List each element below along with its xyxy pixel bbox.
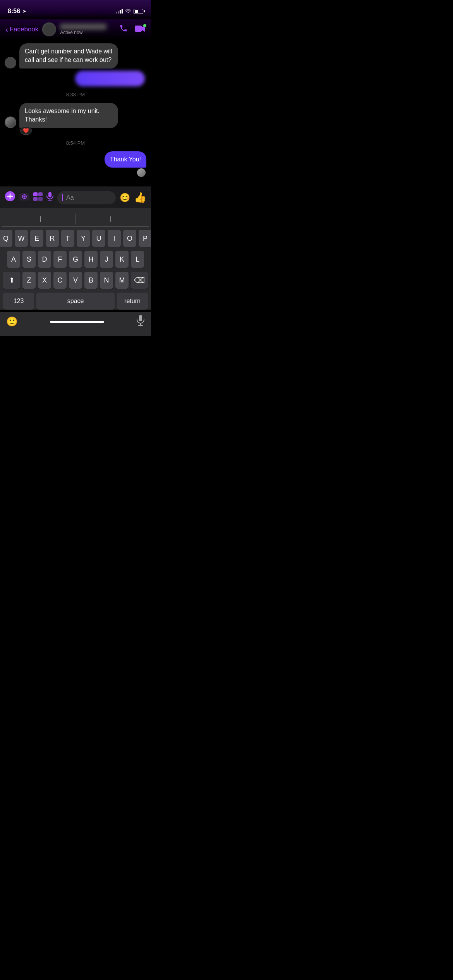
svg-rect-8 bbox=[38, 197, 43, 201]
key-B[interactable]: B bbox=[84, 272, 98, 289]
return-key[interactable]: return bbox=[117, 293, 148, 310]
message-received-2: Looks awesome in my unit. Thanks! bbox=[5, 103, 118, 128]
key-V[interactable]: V bbox=[69, 272, 82, 289]
key-Y[interactable]: Y bbox=[77, 230, 90, 247]
key-J[interactable]: J bbox=[100, 251, 113, 268]
key-O[interactable]: O bbox=[123, 230, 136, 247]
sent-message-blurred bbox=[5, 71, 145, 86]
contact-avatar[interactable] bbox=[42, 22, 56, 36]
emoji-keyboard-icon[interactable]: 🙂 bbox=[6, 316, 18, 327]
home-indicator bbox=[50, 321, 104, 323]
back-chevron-icon: ‹ bbox=[5, 25, 8, 34]
wifi-icon bbox=[125, 9, 131, 14]
key-I[interactable]: I bbox=[108, 230, 121, 247]
key-Z[interactable]: Z bbox=[22, 272, 36, 289]
dictation-icon[interactable] bbox=[136, 315, 145, 328]
camera-button[interactable] bbox=[19, 192, 29, 203]
call-button[interactable] bbox=[119, 24, 128, 35]
key-D[interactable]: D bbox=[38, 251, 51, 268]
key-L[interactable]: L bbox=[131, 251, 144, 268]
microphone-button[interactable] bbox=[46, 192, 53, 204]
svg-rect-5 bbox=[33, 192, 38, 196]
thumbs-up-button[interactable]: 👍 bbox=[134, 192, 146, 204]
predictive-bar: | | bbox=[2, 211, 149, 227]
key-Q[interactable]: Q bbox=[0, 230, 12, 247]
received-bubble: Can't get number and Wade will call and … bbox=[19, 43, 118, 69]
key-S[interactable]: S bbox=[22, 251, 36, 268]
key-K[interactable]: K bbox=[115, 251, 129, 268]
back-button[interactable]: ‹ Facebook bbox=[5, 25, 38, 34]
nav-bar: ‹ Facebook Active now bbox=[0, 19, 151, 39]
add-button[interactable] bbox=[5, 191, 15, 204]
key-U[interactable]: U bbox=[92, 230, 105, 247]
svg-rect-9 bbox=[48, 192, 51, 197]
svg-point-3 bbox=[24, 195, 26, 197]
shift-key[interactable]: ⬆ bbox=[3, 272, 20, 289]
numbers-key[interactable]: 123 bbox=[3, 293, 34, 310]
video-call-button[interactable] bbox=[135, 24, 146, 34]
key-C[interactable]: C bbox=[53, 272, 67, 289]
location-arrow-icon: ➤ bbox=[22, 9, 26, 14]
contact-info: Active now bbox=[60, 24, 106, 35]
keyboard-row-2: A S D F G H J K L bbox=[2, 251, 149, 268]
chat-area: Can't get number and Wade will call and … bbox=[0, 39, 151, 187]
active-dot bbox=[143, 24, 146, 27]
svg-rect-12 bbox=[139, 315, 142, 321]
gallery-button[interactable] bbox=[33, 192, 43, 203]
signal-icon bbox=[116, 9, 123, 14]
key-A[interactable]: A bbox=[7, 251, 20, 268]
keyboard-row-3: ⬆ Z X C V B N M ⌫ bbox=[2, 272, 149, 289]
sent-bubble-blurred bbox=[75, 71, 145, 86]
status-time: 8:56 bbox=[8, 8, 20, 15]
status-bar: 8:56 ➤ bbox=[0, 0, 151, 19]
delete-key[interactable]: ⌫ bbox=[131, 272, 148, 289]
reaction-badge: ❤️ bbox=[20, 127, 146, 135]
sender-avatar-2 bbox=[5, 117, 16, 128]
key-P[interactable]: P bbox=[139, 230, 151, 247]
key-T[interactable]: T bbox=[61, 230, 74, 247]
message-input-wrapper[interactable]: Aa bbox=[57, 191, 116, 204]
timestamp-838pm: 8:38 PM bbox=[5, 92, 146, 98]
contact-status: Active now bbox=[60, 30, 106, 35]
sender-mini-avatar bbox=[137, 168, 146, 177]
message-received: Can't get number and Wade will call and … bbox=[5, 43, 118, 69]
sent-message-thankyou: Thank You! bbox=[5, 151, 146, 177]
key-R[interactable]: R bbox=[46, 230, 59, 247]
timestamp-854pm: 8:54 PM bbox=[5, 140, 146, 146]
key-M[interactable]: M bbox=[115, 272, 129, 289]
svg-rect-0 bbox=[135, 26, 142, 32]
svg-rect-7 bbox=[33, 197, 38, 201]
sent-bubble-thankyou: Thank You! bbox=[105, 151, 146, 168]
message-group: Looks awesome in my unit. Thanks! ❤️ bbox=[5, 103, 146, 135]
message-input-placeholder: Aa bbox=[66, 194, 74, 201]
keyboard-footer: 🙂 bbox=[0, 312, 151, 336]
keyboard: | | Q W E R T Y U I O P A S D F G H J K … bbox=[0, 208, 151, 310]
key-W[interactable]: W bbox=[15, 230, 28, 247]
battery-icon bbox=[134, 9, 143, 14]
key-N[interactable]: N bbox=[100, 272, 113, 289]
sent-avatar-row bbox=[137, 168, 146, 177]
sender-avatar bbox=[5, 57, 16, 69]
key-X[interactable]: X bbox=[38, 272, 51, 289]
space-key[interactable]: space bbox=[36, 293, 115, 310]
input-bar: Aa 😊 👍 bbox=[0, 187, 151, 208]
received-bubble-2: Looks awesome in my unit. Thanks! bbox=[19, 103, 118, 128]
contact-name bbox=[60, 24, 106, 30]
key-E[interactable]: E bbox=[30, 230, 43, 247]
key-G[interactable]: G bbox=[69, 251, 82, 268]
emoji-button[interactable]: 😊 bbox=[120, 193, 130, 203]
svg-rect-6 bbox=[38, 192, 43, 196]
keyboard-row-4: 123 space return bbox=[3, 293, 148, 310]
key-H[interactable]: H bbox=[84, 251, 98, 268]
back-label: Facebook bbox=[10, 26, 39, 33]
keyboard-row-1: Q W E R T Y U I O P bbox=[2, 230, 149, 247]
key-F[interactable]: F bbox=[53, 251, 67, 268]
